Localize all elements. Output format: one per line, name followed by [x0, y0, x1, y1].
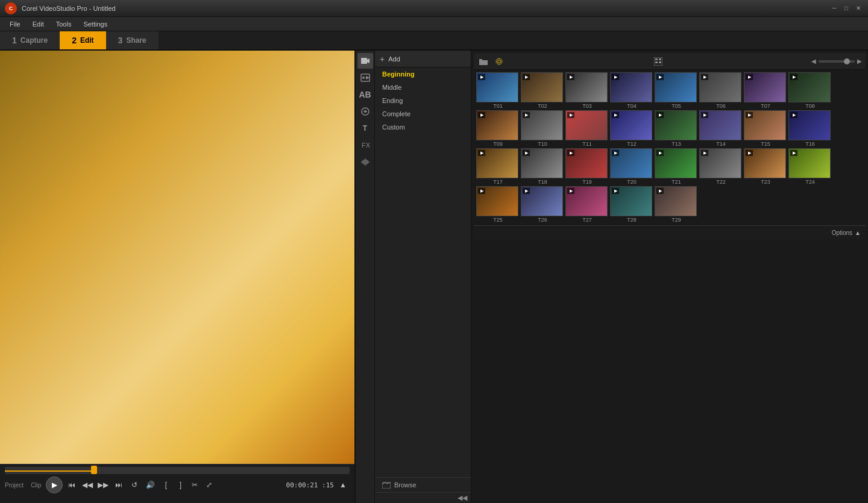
fx-icon-btn[interactable] — [357, 104, 373, 119]
right-panel: AB T FX + Add Beginning — [356, 51, 868, 503]
thumbnails-grid: ▶ T01 ▶ T02 ▶ T03 ▶ T04 ▶ T05 ▶ — [474, 70, 866, 225]
menu-settings[interactable]: Settings — [77, 19, 113, 29]
thumb-item-t03[interactable]: ▶ T03 — [565, 72, 609, 109]
cat-item-middle[interactable]: Middle — [375, 81, 471, 94]
tab-share-label: Share — [126, 36, 146, 45]
svg-marker-1 — [367, 58, 370, 63]
thumb-item-t02[interactable]: ▶ T02 — [521, 72, 564, 109]
tab-edit-label: Edit — [80, 36, 94, 45]
step-forward-button[interactable]: ▶▶ — [96, 478, 110, 492]
playhead-thumb[interactable] — [91, 466, 97, 474]
volume-button[interactable]: 🔊 — [143, 478, 157, 492]
media-icon-btn[interactable] — [357, 70, 373, 86]
timecode-display: 00:00:21 :15 — [286, 481, 334, 489]
add-label: Add — [388, 55, 400, 63]
options-button[interactable]: Options ▲ — [832, 230, 861, 236]
step-back-button[interactable]: ◀◀ — [81, 478, 94, 492]
clip-label: Clip — [31, 482, 41, 489]
thumb-item-t23[interactable]: ▶ T23 — [744, 148, 787, 185]
svg-point-3 — [362, 77, 365, 79]
thumb-item-t22[interactable]: ▶ T22 — [699, 148, 743, 185]
thumb-item-t08[interactable]: ▶ T08 — [788, 72, 832, 109]
thumb-item-t29[interactable]: ▶ T29 — [655, 186, 698, 223]
effects-icon-btn[interactable]: FX — [357, 137, 373, 153]
cut-button[interactable]: ✂ — [188, 478, 201, 492]
mark-in-button[interactable]: [ — [159, 478, 172, 492]
thumb-item-t12[interactable]: ▶ T12 — [610, 110, 653, 147]
folder-icon[interactable] — [477, 55, 489, 67]
thumb-item-t11[interactable]: ▶ T11 — [565, 110, 609, 147]
expand-button[interactable]: ⤢ — [203, 478, 216, 492]
thumb-item-t07[interactable]: ▶ T07 — [744, 72, 787, 109]
thumb-item-t15[interactable]: ▶ T15 — [744, 110, 787, 147]
preview-panel: Project Clip ▶ ⏮ ◀◀ ▶▶ ⏭ ↺ 🔊 [ ] ✂ ⤢ 00:… — [0, 51, 356, 503]
settings-icon[interactable] — [493, 55, 505, 67]
menu-tools[interactable]: Tools — [50, 19, 78, 29]
add-button[interactable]: + — [380, 54, 385, 64]
thumb-item-t27[interactable]: ▶ T27 — [565, 186, 609, 223]
effects-area: AB T FX + Add Beginning — [356, 51, 868, 503]
cat-item-beginning[interactable]: Beginning — [375, 67, 471, 81]
collapse-arrow[interactable]: ◀◀ — [458, 494, 467, 502]
browse-label: Browse — [394, 481, 417, 489]
thumb-item-t04[interactable]: ▶ T04 — [610, 72, 653, 109]
thumb-item-t24[interactable]: ▶ T24 — [788, 148, 832, 185]
svg-point-9 — [496, 58, 502, 64]
thumb-item-t01[interactable]: ▶ T01 — [476, 72, 520, 109]
svg-rect-14 — [659, 61, 661, 63]
thumb-item-t06[interactable]: ▶ T06 — [699, 72, 743, 109]
repeat-button[interactable]: ↺ — [128, 478, 141, 492]
minimize-button[interactable]: ─ — [829, 4, 839, 13]
play-button[interactable]: ▶ — [46, 476, 63, 493]
menubar: File Edit Tools Settings — [0, 17, 868, 31]
maximize-button[interactable]: □ — [841, 4, 851, 13]
skip-end-button[interactable]: ⏭ — [112, 478, 125, 492]
app-title: Corel VideoStudio Pro - Untitled — [22, 5, 116, 12]
thumb-item-t20[interactable]: ▶ T20 — [610, 148, 653, 185]
thumb-item-t17[interactable]: ▶ T17 — [476, 148, 520, 185]
playhead-bar[interactable] — [5, 467, 350, 474]
thumb-item-t05[interactable]: ▶ T05 — [655, 72, 698, 109]
skip-start-button[interactable]: ⏮ — [65, 478, 78, 492]
tab-capture[interactable]: 1 Capture — [0, 31, 60, 49]
thumb-item-t10[interactable]: ▶ T10 — [521, 110, 564, 147]
timecode-expand-button[interactable]: ▲ — [336, 478, 350, 492]
zoom-in-thumb-icon[interactable] — [652, 55, 664, 67]
thumb-item-t16[interactable]: ▶ T16 — [788, 110, 832, 147]
thumb-item-t21[interactable]: ▶ T21 — [655, 148, 698, 185]
cat-item-complete[interactable]: Complete — [375, 107, 471, 120]
video-preview — [0, 51, 354, 464]
browse-button[interactable]: Browse — [375, 477, 471, 492]
cat-item-custom[interactable]: Custom — [375, 120, 471, 134]
tab-edit[interactable]: 2 Edit — [60, 31, 105, 49]
svg-rect-0 — [361, 58, 367, 64]
controls-row: Project Clip ▶ ⏮ ◀◀ ▶▶ ⏭ ↺ 🔊 [ ] ✂ ⤢ 00:… — [5, 476, 350, 493]
audio-icon-btn[interactable] — [357, 154, 373, 170]
tab-capture-label: Capture — [20, 36, 48, 45]
title-icon-btn[interactable]: T — [357, 120, 373, 136]
thumb-item-t14[interactable]: ▶ T14 — [699, 110, 743, 147]
thumb-item-t26[interactable]: ▶ T26 — [521, 186, 564, 223]
thumb-item-t25[interactable]: ▶ T25 — [476, 186, 520, 223]
text-icon-btn[interactable]: AB — [357, 87, 373, 102]
category-list: Beginning Middle Ending Complete Custom — [375, 67, 471, 477]
menu-edit[interactable]: Edit — [27, 19, 50, 29]
bracket-buttons: [ ] ✂ ⤢ — [159, 478, 216, 492]
thumb-item-t28[interactable]: ▶ T28 — [610, 186, 653, 223]
thumb-item-t18[interactable]: ▶ T18 — [521, 148, 564, 185]
thumb-item-t19[interactable]: ▶ T19 — [565, 148, 609, 185]
tab-share[interactable]: 3 Share — [106, 31, 159, 49]
options-label: Options — [832, 230, 852, 236]
svg-text:FX: FX — [362, 142, 370, 149]
titlebar: C Corel VideoStudio Pro - Untitled ─ □ ✕ — [0, 0, 868, 17]
menu-file[interactable]: File — [4, 19, 27, 29]
thumb-item-t13[interactable]: ▶ T13 — [655, 110, 698, 147]
video-icon-btn[interactable] — [357, 53, 373, 69]
thumb-right-arrow[interactable]: ▶ — [857, 58, 862, 64]
mark-out-button[interactable]: ] — [174, 478, 187, 492]
thumb-left-arrow[interactable]: ◀ — [811, 58, 816, 64]
thumbs-toolbar: ◀ ▶ — [474, 53, 866, 70]
close-button[interactable]: ✕ — [854, 4, 863, 13]
cat-item-ending[interactable]: Ending — [375, 94, 471, 107]
thumb-item-t09[interactable]: ▶ T09 — [476, 110, 520, 147]
